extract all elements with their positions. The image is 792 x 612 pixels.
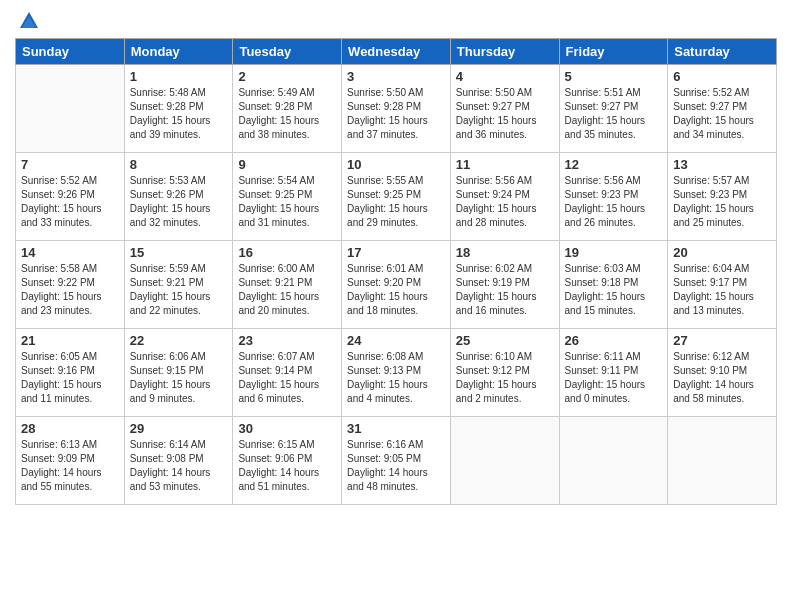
day-info: Sunrise: 6:04 AM Sunset: 9:17 PM Dayligh… xyxy=(673,262,771,318)
day-number: 1 xyxy=(130,69,228,84)
calendar-cell: 23Sunrise: 6:07 AM Sunset: 9:14 PM Dayli… xyxy=(233,329,342,417)
day-number: 18 xyxy=(456,245,554,260)
day-info: Sunrise: 6:15 AM Sunset: 9:06 PM Dayligh… xyxy=(238,438,336,494)
day-number: 14 xyxy=(21,245,119,260)
calendar-cell xyxy=(668,417,777,505)
day-info: Sunrise: 6:11 AM Sunset: 9:11 PM Dayligh… xyxy=(565,350,663,406)
calendar-cell: 20Sunrise: 6:04 AM Sunset: 9:17 PM Dayli… xyxy=(668,241,777,329)
calendar-cell: 26Sunrise: 6:11 AM Sunset: 9:11 PM Dayli… xyxy=(559,329,668,417)
day-number: 13 xyxy=(673,157,771,172)
calendar-cell: 15Sunrise: 5:59 AM Sunset: 9:21 PM Dayli… xyxy=(124,241,233,329)
day-info: Sunrise: 5:56 AM Sunset: 9:24 PM Dayligh… xyxy=(456,174,554,230)
calendar-cell: 14Sunrise: 5:58 AM Sunset: 9:22 PM Dayli… xyxy=(16,241,125,329)
calendar-cell: 21Sunrise: 6:05 AM Sunset: 9:16 PM Dayli… xyxy=(16,329,125,417)
day-number: 17 xyxy=(347,245,445,260)
day-info: Sunrise: 5:49 AM Sunset: 9:28 PM Dayligh… xyxy=(238,86,336,142)
calendar-week-2: 7Sunrise: 5:52 AM Sunset: 9:26 PM Daylig… xyxy=(16,153,777,241)
calendar-week-3: 14Sunrise: 5:58 AM Sunset: 9:22 PM Dayli… xyxy=(16,241,777,329)
day-number: 26 xyxy=(565,333,663,348)
day-number: 16 xyxy=(238,245,336,260)
logo-icon xyxy=(18,10,40,32)
calendar-cell: 16Sunrise: 6:00 AM Sunset: 9:21 PM Dayli… xyxy=(233,241,342,329)
day-number: 7 xyxy=(21,157,119,172)
calendar-cell xyxy=(16,65,125,153)
calendar-cell: 24Sunrise: 6:08 AM Sunset: 9:13 PM Dayli… xyxy=(342,329,451,417)
day-info: Sunrise: 6:05 AM Sunset: 9:16 PM Dayligh… xyxy=(21,350,119,406)
calendar-header-wednesday: Wednesday xyxy=(342,39,451,65)
calendar-cell: 2Sunrise: 5:49 AM Sunset: 9:28 PM Daylig… xyxy=(233,65,342,153)
day-info: Sunrise: 5:58 AM Sunset: 9:22 PM Dayligh… xyxy=(21,262,119,318)
calendar-cell: 25Sunrise: 6:10 AM Sunset: 9:12 PM Dayli… xyxy=(450,329,559,417)
day-info: Sunrise: 5:53 AM Sunset: 9:26 PM Dayligh… xyxy=(130,174,228,230)
day-info: Sunrise: 6:12 AM Sunset: 9:10 PM Dayligh… xyxy=(673,350,771,406)
calendar-cell: 29Sunrise: 6:14 AM Sunset: 9:08 PM Dayli… xyxy=(124,417,233,505)
day-number: 30 xyxy=(238,421,336,436)
calendar-header-saturday: Saturday xyxy=(668,39,777,65)
calendar-week-5: 28Sunrise: 6:13 AM Sunset: 9:09 PM Dayli… xyxy=(16,417,777,505)
day-info: Sunrise: 6:02 AM Sunset: 9:19 PM Dayligh… xyxy=(456,262,554,318)
logo xyxy=(15,10,40,32)
day-number: 24 xyxy=(347,333,445,348)
day-number: 11 xyxy=(456,157,554,172)
day-number: 6 xyxy=(673,69,771,84)
calendar-cell: 28Sunrise: 6:13 AM Sunset: 9:09 PM Dayli… xyxy=(16,417,125,505)
calendar-header-tuesday: Tuesday xyxy=(233,39,342,65)
day-info: Sunrise: 5:52 AM Sunset: 9:27 PM Dayligh… xyxy=(673,86,771,142)
day-info: Sunrise: 6:06 AM Sunset: 9:15 PM Dayligh… xyxy=(130,350,228,406)
calendar-cell: 30Sunrise: 6:15 AM Sunset: 9:06 PM Dayli… xyxy=(233,417,342,505)
header xyxy=(15,10,777,32)
day-number: 5 xyxy=(565,69,663,84)
day-info: Sunrise: 5:48 AM Sunset: 9:28 PM Dayligh… xyxy=(130,86,228,142)
calendar-week-1: 1Sunrise: 5:48 AM Sunset: 9:28 PM Daylig… xyxy=(16,65,777,153)
day-info: Sunrise: 5:50 AM Sunset: 9:27 PM Dayligh… xyxy=(456,86,554,142)
calendar-cell: 31Sunrise: 6:16 AM Sunset: 9:05 PM Dayli… xyxy=(342,417,451,505)
calendar-cell: 1Sunrise: 5:48 AM Sunset: 9:28 PM Daylig… xyxy=(124,65,233,153)
calendar-cell: 17Sunrise: 6:01 AM Sunset: 9:20 PM Dayli… xyxy=(342,241,451,329)
day-info: Sunrise: 6:03 AM Sunset: 9:18 PM Dayligh… xyxy=(565,262,663,318)
day-info: Sunrise: 5:50 AM Sunset: 9:28 PM Dayligh… xyxy=(347,86,445,142)
day-number: 4 xyxy=(456,69,554,84)
page: SundayMondayTuesdayWednesdayThursdayFrid… xyxy=(0,0,792,612)
calendar-table: SundayMondayTuesdayWednesdayThursdayFrid… xyxy=(15,38,777,505)
day-number: 25 xyxy=(456,333,554,348)
day-number: 8 xyxy=(130,157,228,172)
calendar-header-thursday: Thursday xyxy=(450,39,559,65)
day-number: 22 xyxy=(130,333,228,348)
calendar-header-sunday: Sunday xyxy=(16,39,125,65)
day-number: 27 xyxy=(673,333,771,348)
calendar-week-4: 21Sunrise: 6:05 AM Sunset: 9:16 PM Dayli… xyxy=(16,329,777,417)
day-number: 10 xyxy=(347,157,445,172)
calendar-cell: 11Sunrise: 5:56 AM Sunset: 9:24 PM Dayli… xyxy=(450,153,559,241)
calendar-cell: 19Sunrise: 6:03 AM Sunset: 9:18 PM Dayli… xyxy=(559,241,668,329)
calendar-cell: 22Sunrise: 6:06 AM Sunset: 9:15 PM Dayli… xyxy=(124,329,233,417)
calendar-cell: 3Sunrise: 5:50 AM Sunset: 9:28 PM Daylig… xyxy=(342,65,451,153)
day-info: Sunrise: 5:54 AM Sunset: 9:25 PM Dayligh… xyxy=(238,174,336,230)
day-number: 3 xyxy=(347,69,445,84)
day-info: Sunrise: 6:10 AM Sunset: 9:12 PM Dayligh… xyxy=(456,350,554,406)
day-info: Sunrise: 5:57 AM Sunset: 9:23 PM Dayligh… xyxy=(673,174,771,230)
calendar-header-monday: Monday xyxy=(124,39,233,65)
day-number: 9 xyxy=(238,157,336,172)
calendar-cell: 12Sunrise: 5:56 AM Sunset: 9:23 PM Dayli… xyxy=(559,153,668,241)
calendar-cell: 5Sunrise: 5:51 AM Sunset: 9:27 PM Daylig… xyxy=(559,65,668,153)
day-number: 21 xyxy=(21,333,119,348)
day-info: Sunrise: 6:00 AM Sunset: 9:21 PM Dayligh… xyxy=(238,262,336,318)
day-number: 2 xyxy=(238,69,336,84)
day-info: Sunrise: 5:52 AM Sunset: 9:26 PM Dayligh… xyxy=(21,174,119,230)
day-info: Sunrise: 5:56 AM Sunset: 9:23 PM Dayligh… xyxy=(565,174,663,230)
calendar-cell: 27Sunrise: 6:12 AM Sunset: 9:10 PM Dayli… xyxy=(668,329,777,417)
day-info: Sunrise: 6:08 AM Sunset: 9:13 PM Dayligh… xyxy=(347,350,445,406)
day-info: Sunrise: 5:55 AM Sunset: 9:25 PM Dayligh… xyxy=(347,174,445,230)
day-number: 20 xyxy=(673,245,771,260)
calendar-cell: 7Sunrise: 5:52 AM Sunset: 9:26 PM Daylig… xyxy=(16,153,125,241)
day-info: Sunrise: 6:13 AM Sunset: 9:09 PM Dayligh… xyxy=(21,438,119,494)
day-info: Sunrise: 5:51 AM Sunset: 9:27 PM Dayligh… xyxy=(565,86,663,142)
day-info: Sunrise: 6:16 AM Sunset: 9:05 PM Dayligh… xyxy=(347,438,445,494)
calendar-cell: 10Sunrise: 5:55 AM Sunset: 9:25 PM Dayli… xyxy=(342,153,451,241)
calendar-cell xyxy=(450,417,559,505)
day-number: 31 xyxy=(347,421,445,436)
calendar-cell: 8Sunrise: 5:53 AM Sunset: 9:26 PM Daylig… xyxy=(124,153,233,241)
calendar-cell: 9Sunrise: 5:54 AM Sunset: 9:25 PM Daylig… xyxy=(233,153,342,241)
day-info: Sunrise: 5:59 AM Sunset: 9:21 PM Dayligh… xyxy=(130,262,228,318)
day-info: Sunrise: 6:01 AM Sunset: 9:20 PM Dayligh… xyxy=(347,262,445,318)
